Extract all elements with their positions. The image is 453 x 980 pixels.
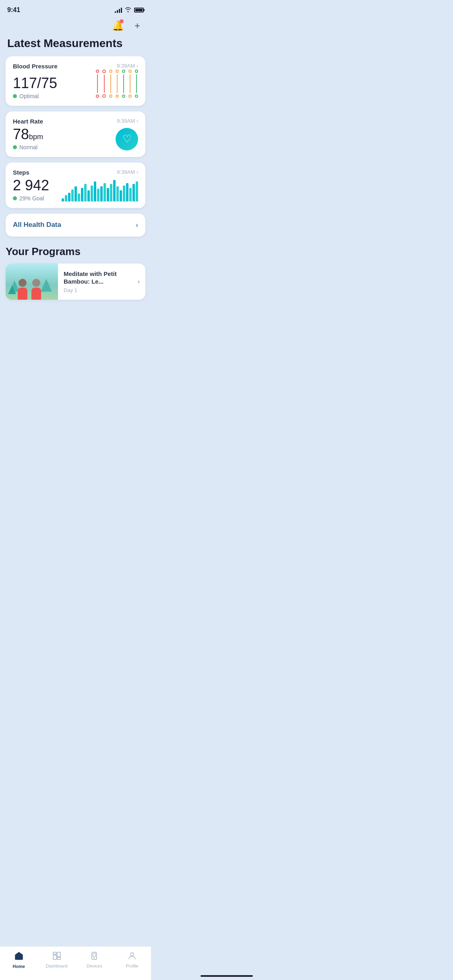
- status-time: 9:41: [7, 6, 20, 14]
- program-name: Meditate with Petit Bambou: Le...: [64, 270, 134, 286]
- all-health-chevron: ›: [136, 221, 138, 229]
- bp-time: 9:39AM ›: [117, 63, 138, 69]
- content-area: Blood Pressure 9:39AM › 117/75 Optimal: [0, 56, 151, 346]
- notification-badge: [120, 19, 124, 23]
- page-title: Latest Measurements: [0, 35, 151, 56]
- signal-icon: [115, 7, 122, 13]
- hr-value: 78bpm: [13, 126, 116, 142]
- heart-rate-icon: ♡: [116, 128, 138, 150]
- status-bar: 9:41: [0, 0, 151, 18]
- steps-time: 9:39AM ›: [117, 169, 138, 175]
- blood-pressure-card: Blood Pressure 9:39AM › 117/75 Optimal: [6, 56, 145, 106]
- program-chevron: ›: [138, 278, 140, 285]
- bp-status-dot: [13, 94, 17, 98]
- program-day: Day 1: [64, 287, 134, 293]
- all-health-label: All Health Data: [13, 221, 61, 229]
- hr-time: 9:39AM ›: [117, 118, 138, 124]
- hr-status: Normal: [13, 144, 116, 150]
- programs-section-title: Your Programs: [6, 242, 145, 264]
- status-icons: [115, 7, 144, 14]
- steps-chart: [62, 177, 138, 202]
- wifi-icon: [124, 7, 132, 14]
- add-button[interactable]: +: [131, 19, 144, 32]
- bp-status: Optimal: [13, 93, 96, 99]
- battery-icon: [134, 8, 144, 12]
- steps-title: Steps: [13, 169, 29, 176]
- bp-title: Blood Pressure: [13, 63, 58, 70]
- steps-value: 2 942: [13, 177, 62, 194]
- all-health-button[interactable]: All Health Data ›: [6, 214, 145, 237]
- hr-title: Heart Rate: [13, 118, 43, 125]
- hr-status-dot: [13, 145, 17, 149]
- program-card[interactable]: Meditate with Petit Bambou: Le... Day 1 …: [6, 264, 145, 300]
- header-actions: 🔔 +: [0, 18, 151, 35]
- notification-button[interactable]: 🔔: [112, 19, 124, 32]
- steps-status: 29% Goal: [13, 195, 62, 202]
- steps-card: Steps 9:39AM › 2 942 29% Goal: [6, 163, 145, 208]
- program-image: [6, 264, 58, 300]
- bp-chart: [96, 71, 138, 99]
- heart-rate-card: Heart Rate 9:39AM › 78bpm Normal ♡: [6, 111, 145, 157]
- all-health-card[interactable]: All Health Data ›: [6, 214, 145, 237]
- steps-status-dot: [13, 196, 17, 200]
- bp-value: 117/75: [13, 75, 96, 91]
